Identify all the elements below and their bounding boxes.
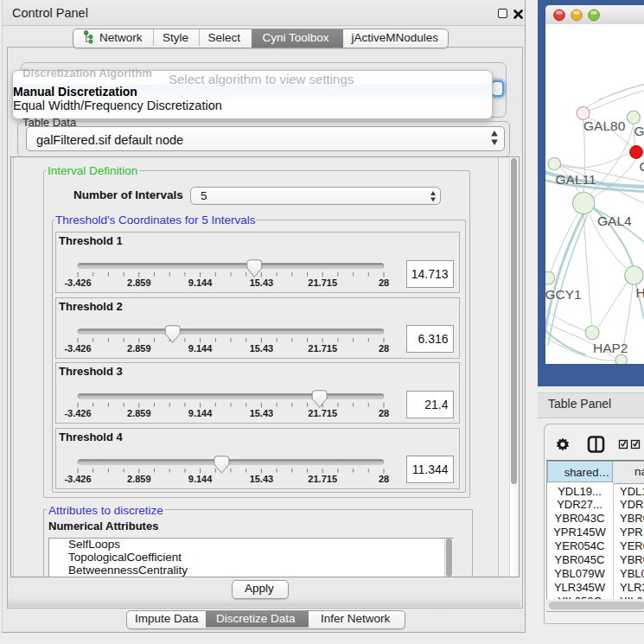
svg-text:GAL4: GAL4 bbox=[597, 214, 632, 228]
svg-text:2.859: 2.859 bbox=[127, 277, 151, 288]
svg-text:2.859: 2.859 bbox=[127, 408, 151, 418]
svg-text:28: 28 bbox=[379, 408, 389, 418]
svg-text:GAL11: GAL11 bbox=[556, 172, 596, 187]
svg-text:9.144: 9.144 bbox=[188, 408, 213, 418]
svg-text:HA: HA bbox=[636, 285, 644, 300]
svg-text:GCY1: GCY1 bbox=[545, 287, 582, 302]
svg-text:28: 28 bbox=[379, 474, 389, 484]
svg-text:HAP2: HAP2 bbox=[593, 341, 628, 355]
svg-text:9.144: 9.144 bbox=[188, 343, 213, 354]
svg-text:-3.426: -3.426 bbox=[64, 408, 91, 418]
svg-text:21.715: 21.715 bbox=[308, 277, 337, 288]
svg-text:9.144: 9.144 bbox=[188, 474, 213, 484]
svg-text:21.715: 21.715 bbox=[308, 408, 337, 418]
svg-text:2.859: 2.859 bbox=[127, 343, 151, 354]
svg-text:21.715: 21.715 bbox=[308, 474, 337, 484]
svg-text:GA: GA bbox=[634, 124, 644, 138]
svg-text:-3.426: -3.426 bbox=[64, 277, 91, 288]
svg-text:15.43: 15.43 bbox=[250, 474, 274, 484]
svg-text:2.859: 2.859 bbox=[127, 474, 151, 484]
svg-text:-3.426: -3.426 bbox=[64, 474, 91, 484]
svg-text:15.43: 15.43 bbox=[250, 277, 274, 288]
svg-text:C: C bbox=[640, 159, 644, 174]
svg-text:28: 28 bbox=[379, 277, 389, 288]
svg-text:9.144: 9.144 bbox=[188, 277, 213, 288]
svg-text:15.43: 15.43 bbox=[250, 343, 274, 354]
svg-text:GAL80: GAL80 bbox=[583, 118, 626, 133]
svg-text:21.715: 21.715 bbox=[308, 343, 337, 354]
svg-text:28: 28 bbox=[379, 343, 389, 354]
svg-text:-3.426: -3.426 bbox=[64, 343, 91, 354]
svg-text:15.43: 15.43 bbox=[250, 408, 274, 418]
